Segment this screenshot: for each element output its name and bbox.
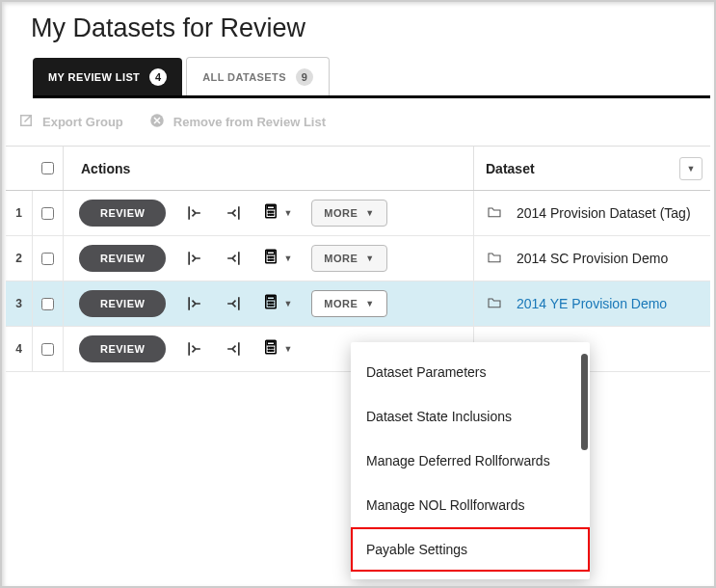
- svg-point-5: [273, 211, 274, 212]
- more-label: MORE: [324, 253, 358, 264]
- svg-point-11: [269, 256, 270, 257]
- row-checkbox[interactable]: [41, 343, 54, 356]
- svg-point-19: [269, 302, 270, 303]
- folder-icon: [486, 204, 503, 223]
- col-dataset-label: Dataset: [486, 161, 535, 176]
- folder-icon: [486, 250, 503, 268]
- svg-rect-26: [268, 342, 276, 345]
- caret-down-icon: ▼: [283, 254, 292, 263]
- row-checkbox[interactable]: [41, 253, 54, 265]
- folder-icon: [486, 295, 503, 313]
- calculator-menu[interactable]: ▼: [262, 293, 292, 314]
- svg-point-20: [271, 302, 272, 303]
- dropdown-item-manage-nol-rollforwards[interactable]: Manage NOL Rollforwards: [351, 483, 590, 527]
- import-icon[interactable]: [185, 249, 204, 268]
- svg-rect-2: [268, 206, 276, 209]
- svg-point-29: [273, 347, 274, 348]
- review-button[interactable]: REVIEW: [79, 245, 166, 272]
- dropdown-item-dataset-parameters[interactable]: Dataset Parameters: [351, 350, 590, 394]
- svg-point-21: [273, 302, 274, 303]
- calculator-menu[interactable]: ▼: [262, 202, 292, 224]
- review-button[interactable]: REVIEW: [79, 335, 166, 362]
- row-checkbox[interactable]: [41, 207, 54, 220]
- svg-point-3: [269, 211, 270, 212]
- export-icon[interactable]: [224, 294, 243, 313]
- tab-badge: 9: [296, 68, 313, 86]
- row-number: 3: [6, 281, 33, 326]
- svg-point-12: [271, 256, 272, 257]
- svg-rect-10: [268, 252, 276, 254]
- export-icon: [17, 112, 35, 132]
- tab-label: MY REVIEW LIST: [48, 71, 140, 83]
- more-button[interactable]: MORE ▼: [311, 245, 386, 272]
- dropdown-item-manage-deferred-rollforwards[interactable]: Manage Deferred Rollforwards: [351, 439, 590, 483]
- svg-point-7: [271, 214, 272, 215]
- dropdown-scrollbar[interactable]: [581, 354, 588, 450]
- svg-point-14: [269, 259, 270, 260]
- svg-point-16: [273, 259, 274, 260]
- calculator-icon: [262, 338, 279, 360]
- row-number: 4: [6, 327, 33, 371]
- col-check-header: [33, 147, 64, 190]
- more-dropdown: Dataset Parameters Dataset State Inclusi…: [351, 342, 590, 579]
- caret-down-icon: ▼: [365, 254, 374, 263]
- tabs: MY REVIEW LIST 4 ALL DATASETS 9: [33, 57, 710, 98]
- export-icon[interactable]: [224, 203, 243, 223]
- svg-point-28: [271, 347, 272, 348]
- remove-icon: [148, 112, 166, 132]
- table-row: 2 REVIEW ▼ MORE ▼ 2014 SC Provision Demo: [6, 236, 710, 281]
- tab-all-datasets[interactable]: ALL DATASETS 9: [186, 57, 330, 95]
- select-all-checkbox[interactable]: [41, 162, 54, 174]
- dataset-sort-button[interactable]: ▼: [679, 157, 703, 180]
- calculator-menu[interactable]: ▼: [262, 338, 292, 360]
- caret-down-icon: ▼: [365, 208, 374, 218]
- import-icon[interactable]: [185, 339, 204, 359]
- import-icon[interactable]: [185, 294, 204, 313]
- svg-point-31: [271, 350, 272, 351]
- export-icon[interactable]: [224, 249, 243, 268]
- table-row: 1 REVIEW ▼ MORE ▼ 2014 Provision Dataset…: [6, 191, 710, 236]
- dropdown-item-dataset-state-inclusions[interactable]: Dataset State Inclusions: [351, 394, 590, 439]
- remove-from-review-button[interactable]: Remove from Review List: [148, 112, 326, 132]
- tab-my-review-list[interactable]: MY REVIEW LIST 4: [33, 58, 182, 95]
- remove-label: Remove from Review List: [173, 115, 326, 129]
- dropdown-item-payable-settings[interactable]: Payable Settings: [351, 527, 590, 572]
- import-icon[interactable]: [185, 203, 204, 223]
- calculator-icon: [262, 202, 279, 224]
- svg-point-15: [271, 259, 272, 260]
- caret-down-icon: ▼: [365, 299, 374, 308]
- calculator-icon: [262, 248, 279, 269]
- svg-point-22: [269, 305, 270, 306]
- caret-down-icon: ▼: [687, 164, 696, 174]
- caret-down-icon: ▼: [283, 208, 292, 218]
- row-number: 2: [6, 236, 33, 281]
- review-button[interactable]: REVIEW: [79, 290, 166, 317]
- page-title: My Datasets for Review: [31, 13, 710, 43]
- row-number: 1: [6, 191, 33, 235]
- col-dataset-header: Dataset ▼: [474, 157, 710, 180]
- table-header: Actions Dataset ▼: [6, 147, 710, 191]
- svg-point-24: [273, 305, 274, 306]
- caret-down-icon: ▼: [283, 344, 292, 354]
- export-label: Export Group: [42, 115, 123, 129]
- col-actions-header: Actions: [64, 147, 474, 190]
- table-row: 3 REVIEW ▼ MORE ▼ 2014 YE Provision Demo: [6, 281, 710, 327]
- dataset-name[interactable]: 2014 YE Provision Demo: [517, 296, 667, 311]
- calculator-menu[interactable]: ▼: [262, 248, 292, 269]
- more-button[interactable]: MORE ▼: [311, 200, 386, 227]
- dataset-name[interactable]: 2014 SC Provision Demo: [517, 251, 668, 266]
- row-checkbox[interactable]: [41, 298, 54, 310]
- more-button[interactable]: MORE ▼: [311, 290, 386, 317]
- svg-point-6: [269, 214, 270, 215]
- tab-badge: 4: [149, 68, 167, 86]
- svg-point-4: [271, 211, 272, 212]
- dataset-name[interactable]: 2014 Provision Dataset (Tag): [517, 205, 691, 221]
- review-button[interactable]: REVIEW: [79, 200, 166, 227]
- svg-point-27: [269, 347, 270, 348]
- calculator-icon: [262, 293, 279, 314]
- svg-point-13: [273, 256, 274, 257]
- export-group-button[interactable]: Export Group: [17, 112, 123, 132]
- export-icon[interactable]: [224, 339, 243, 359]
- toolbar: Export Group Remove from Review List: [6, 98, 710, 147]
- svg-point-8: [273, 214, 274, 215]
